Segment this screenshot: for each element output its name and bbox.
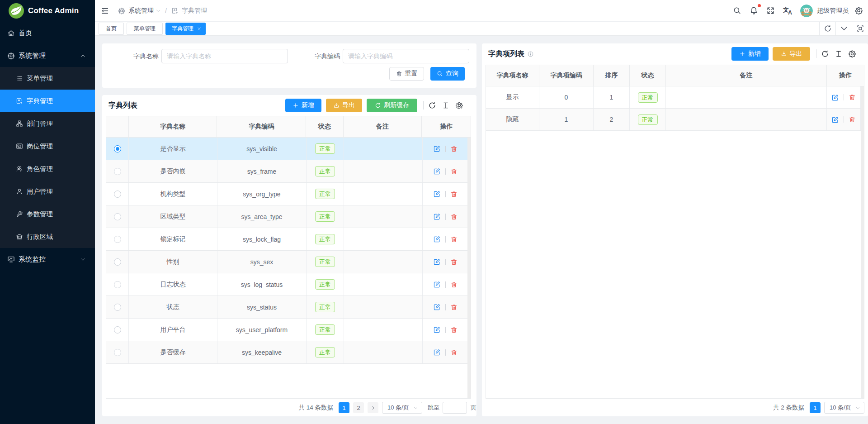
edit-icon[interactable] [433,326,441,333]
query-button[interactable]: 查询 [430,67,465,81]
edit-icon[interactable] [433,213,441,220]
breadcrumb-item-system[interactable]: 系统管理 [118,7,160,15]
row-height-button[interactable] [440,100,451,111]
page-size-select[interactable]: 10 条/页 [382,402,422,414]
settings-button[interactable] [850,0,868,21]
edit-icon[interactable] [433,167,441,175]
sidebar-item-post-management[interactable]: 岗位管理 [0,135,95,157]
user-menu[interactable]: 超级管理员 [796,0,850,21]
edit-icon[interactable] [433,303,441,311]
search-button[interactable] [729,0,745,21]
table-row[interactable]: 锁定标记sys_lock_flag正常 [106,228,471,251]
language-button[interactable]: 文A [779,0,796,21]
sidebar-item-param-management[interactable]: 参数管理 [0,203,95,225]
delete-icon[interactable] [450,281,458,288]
table-row[interactable]: 日志状态sys_log_status正常 [106,273,471,296]
page-button[interactable]: 2 [353,402,364,413]
brand[interactable]: Coffee Admin [0,0,95,22]
delete-icon[interactable] [849,116,856,123]
tab-dict-management[interactable]: 字典管理 [165,23,206,35]
radio-button[interactable] [114,168,121,175]
table-row[interactable]: 是否显示sys_visible正常 [106,138,471,160]
dict-code-input[interactable] [343,49,469,63]
edit-icon[interactable] [831,116,839,124]
tab-home[interactable]: 首页 [99,23,124,35]
page-size-select[interactable]: 10 条/页 [824,402,864,414]
sidebar-item-admin-region[interactable]: 行政区域 [0,225,95,248]
delete-icon[interactable] [450,349,458,356]
radio-button[interactable] [114,191,121,198]
fullscreen-button[interactable] [762,0,779,21]
edit-icon[interactable] [433,348,441,356]
delete-icon[interactable] [450,145,458,152]
dict-name-input[interactable] [161,49,288,63]
jump-page-input[interactable] [443,402,467,414]
edit-icon[interactable] [433,235,441,243]
radio-button[interactable] [114,281,121,288]
column-settings-button[interactable] [847,48,858,59]
column-settings-button[interactable] [454,100,465,111]
table-row[interactable]: 是否缓存sys_keepalive正常 [106,341,471,364]
delete-icon[interactable] [450,191,458,198]
radio-button[interactable] [114,236,121,243]
radio-button[interactable] [114,213,121,220]
content-fullscreen-button[interactable] [852,22,868,35]
sidebar-item-system-management[interactable]: 系统管理 [0,44,95,67]
table-row[interactable]: 区域类型sys_area_type正常 [106,205,471,228]
table-row[interactable]: 隐藏12正常 [486,109,864,131]
export-dict-item-button[interactable]: 导出 [773,47,810,61]
refresh-table-button[interactable] [820,48,830,59]
notification-button[interactable] [745,0,762,21]
delete-icon[interactable] [450,326,458,333]
edit-icon[interactable] [433,145,441,152]
menu-fold-icon[interactable] [101,7,109,15]
sidebar-item-role-management[interactable]: 角色管理 [0,157,95,180]
next-page-button[interactable] [368,402,378,413]
radio-button[interactable] [114,326,121,333]
table-scrollbar[interactable] [467,138,471,398]
radio-button[interactable] [114,349,121,356]
refresh-cache-button[interactable]: 刷新缓存 [367,99,417,112]
row-height-button[interactable] [833,48,844,59]
sidebar-item-home[interactable]: 首页 [0,22,95,44]
tab-menu-management[interactable]: 菜单管理 [127,23,163,35]
delete-icon[interactable] [450,258,458,266]
sidebar-item-dict-management[interactable]: 字典管理 [0,90,95,112]
radio-button[interactable] [114,258,121,266]
table-row[interactable]: 用户平台sys_user_platform正常 [106,319,471,341]
add-dict-button[interactable]: 新增 [285,99,321,112]
edit-icon[interactable] [433,258,441,266]
sidebar-item-system-monitor[interactable]: 系统监控 [0,248,95,271]
sidebar-item-dept-management[interactable]: 部门管理 [0,112,95,135]
refresh-page-button[interactable] [819,22,835,35]
table-row[interactable]: 机构类型sys_org_type正常 [106,183,471,205]
delete-icon[interactable] [849,94,856,101]
sidebar-item-menu-management[interactable]: 菜单管理 [0,67,95,90]
table-row[interactable]: 状态sys_status正常 [106,296,471,319]
reset-button[interactable]: 重置 [389,67,424,81]
table-row[interactable]: 是否内嵌sys_frame正常 [106,160,471,183]
radio-button[interactable] [114,145,121,152]
table-row[interactable]: 性别sys_sex正常 [106,251,471,273]
refresh-table-button[interactable] [427,100,438,111]
page-button[interactable]: 1 [339,402,349,413]
close-icon[interactable] [197,27,201,31]
table-scrollbar[interactable] [861,86,864,398]
postcard-icon [16,143,23,150]
delete-icon[interactable] [450,304,458,311]
delete-icon[interactable] [450,236,458,243]
delete-icon[interactable] [450,168,458,175]
radio-button[interactable] [114,304,121,311]
item-name-cell: 隐藏 [486,109,539,130]
add-dict-item-button[interactable]: 新增 [731,47,769,61]
edit-icon[interactable] [831,94,839,101]
tab-options-button[interactable] [835,22,852,35]
export-dict-button[interactable]: 导出 [326,99,362,112]
table-row[interactable]: 显示01正常 [486,86,864,109]
delete-icon[interactable] [450,213,458,220]
info-icon[interactable] [527,51,534,57]
edit-icon[interactable] [433,281,441,288]
edit-icon[interactable] [433,190,441,198]
page-button[interactable]: 1 [810,402,821,413]
sidebar-item-user-management[interactable]: 用户管理 [0,180,95,203]
